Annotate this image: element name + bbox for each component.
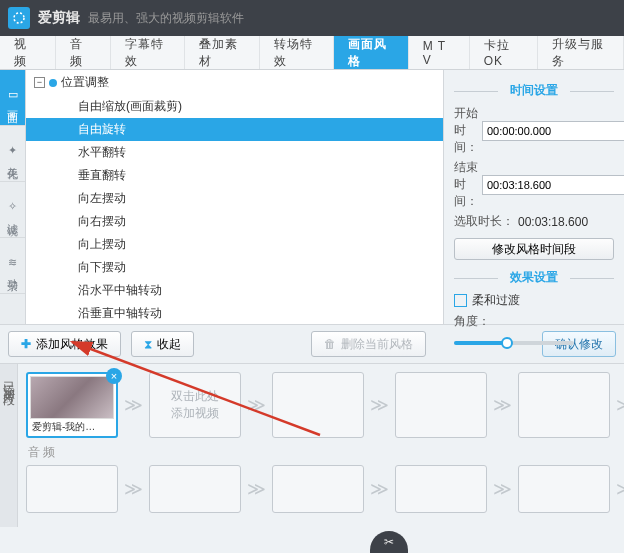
start-time-label: 开始时间： bbox=[454, 105, 478, 156]
collapse-icon[interactable]: − bbox=[34, 77, 45, 88]
effect-tree: − 位置调整 自由缩放(画面裁剪)自由旋转水平翻转垂直翻转向左摆动向右摆动向上摆… bbox=[26, 70, 444, 324]
audio-clip-empty[interactable] bbox=[26, 465, 118, 513]
arrow-icon: ≫ bbox=[370, 394, 389, 416]
add-effect-label: 添加风格效果 bbox=[36, 336, 108, 353]
rail-icon: ≋ bbox=[8, 257, 17, 268]
rail-icon: ✧ bbox=[8, 201, 17, 212]
tab-1[interactable]: 音 频 bbox=[56, 36, 112, 69]
video-clip-empty[interactable] bbox=[272, 372, 364, 438]
tree-item[interactable]: 垂直翻转 bbox=[26, 164, 443, 187]
tab-8[interactable]: 升级与服务 bbox=[538, 36, 624, 69]
rail-label: 画面 bbox=[5, 102, 20, 106]
tree-item[interactable]: 水平翻转 bbox=[26, 141, 443, 164]
audio-clip-empty[interactable] bbox=[518, 465, 610, 513]
rail-label: 动景 bbox=[5, 270, 20, 274]
tree-item[interactable]: 自由旋转 bbox=[26, 118, 443, 141]
angle-slider[interactable] bbox=[454, 341, 574, 345]
delete-effect-label: 删除当前风格 bbox=[341, 336, 413, 353]
audio-clip-empty[interactable] bbox=[272, 465, 364, 513]
checkbox-icon bbox=[454, 294, 467, 307]
audio-clip-empty[interactable] bbox=[149, 465, 241, 513]
angle-label: 角度： bbox=[454, 313, 490, 330]
tree-item[interactable]: 向上摆动 bbox=[26, 233, 443, 256]
video-clip-1[interactable]: × 爱剪辑-我的… bbox=[26, 372, 118, 438]
tab-7[interactable]: 卡拉OK bbox=[470, 36, 539, 69]
tab-4[interactable]: 转场特效 bbox=[260, 36, 334, 69]
tab-2[interactable]: 字幕特效 bbox=[111, 36, 185, 69]
collapse-button[interactable]: ⧗ 收起 bbox=[131, 331, 194, 357]
audio-clip-row: ≫ ≫ ≫ ≫ ≫ bbox=[26, 465, 624, 513]
rail-item-0[interactable]: ▭画面 bbox=[0, 70, 25, 126]
plus-icon: ✚ bbox=[21, 337, 31, 351]
audio-row-label: 音 频 bbox=[28, 444, 624, 461]
tree-item[interactable]: 沿水平中轴转动 bbox=[26, 279, 443, 302]
clip-caption: 爱剪辑-我的… bbox=[30, 419, 114, 434]
tab-0[interactable]: 视 频 bbox=[0, 36, 56, 69]
arrow-icon: ≫ bbox=[370, 478, 389, 500]
rail-label: 滤镜 bbox=[5, 214, 20, 218]
arrow-icon: ≫ bbox=[247, 478, 266, 500]
video-clip-empty[interactable] bbox=[518, 372, 610, 438]
tree-category-header[interactable]: − 位置调整 bbox=[26, 70, 443, 95]
left-rail: ▭画面✦美化✧滤镜≋动景 bbox=[0, 70, 26, 324]
main-tabbar: 视 频音 频字幕特效叠加素材转场特效画面风格M T V卡拉OK升级与服务 bbox=[0, 36, 624, 70]
app-slogan: 最易用、强大的视频剪辑软件 bbox=[88, 10, 244, 27]
titlebar: 爱剪辑 最易用、强大的视频剪辑软件 bbox=[0, 0, 624, 36]
arrow-icon: ≫ bbox=[616, 394, 624, 416]
slider-thumb[interactable] bbox=[501, 337, 513, 349]
modify-time-button[interactable]: 修改风格时间段 bbox=[454, 238, 614, 260]
delete-effect-button[interactable]: 🗑 删除当前风格 bbox=[311, 331, 426, 357]
end-time-label: 结束时间： bbox=[454, 159, 478, 210]
video-clip-placeholder[interactable]: 双击此处 添加视频 bbox=[149, 372, 241, 438]
add-effect-button[interactable]: ✚ 添加风格效果 bbox=[8, 331, 121, 357]
tab-6[interactable]: M T V bbox=[409, 36, 470, 69]
svg-point-0 bbox=[14, 13, 24, 23]
arrow-icon: ≫ bbox=[124, 478, 143, 500]
rail-item-1[interactable]: ✦美化 bbox=[0, 126, 25, 182]
placeholder-line1: 双击此处 bbox=[171, 388, 219, 405]
tree-item[interactable]: 向右摆动 bbox=[26, 210, 443, 233]
collapse-label: 收起 bbox=[157, 336, 181, 353]
soft-transition-label: 柔和过渡 bbox=[472, 292, 520, 309]
duration-label: 选取时长： bbox=[454, 213, 514, 230]
arrow-icon: ≫ bbox=[493, 394, 512, 416]
end-time-input[interactable] bbox=[482, 175, 624, 195]
arrow-icon: ≫ bbox=[616, 478, 624, 500]
tree-item[interactable]: 向左摆动 bbox=[26, 187, 443, 210]
soft-transition-checkbox[interactable]: 柔和过渡 bbox=[454, 292, 614, 309]
tree-category-label: 位置调整 bbox=[61, 74, 109, 91]
trash-icon: 🗑 bbox=[324, 337, 336, 351]
clips-panel: 已添加片段 × 爱剪辑-我的… ≫ 双击此处 添加视频 ≫ ≫ ≫ ≫ 音 频 … bbox=[0, 364, 624, 527]
video-clip-row: × 爱剪辑-我的… ≫ 双击此处 添加视频 ≫ ≫ ≫ ≫ bbox=[26, 372, 624, 438]
video-clip-empty[interactable] bbox=[395, 372, 487, 438]
tree-item[interactable]: 沿垂直中轴转动 bbox=[26, 302, 443, 324]
rail-item-2[interactable]: ✧滤镜 bbox=[0, 182, 25, 238]
settings-pane: 时间设置 开始时间： 结束时间： 选取时长： 00:03:18.600 修改风格… bbox=[444, 70, 624, 324]
rail-item-3[interactable]: ≋动景 bbox=[0, 238, 25, 294]
app-logo bbox=[8, 7, 30, 29]
scissor-icon: ✂ bbox=[384, 535, 394, 549]
remove-clip-button[interactable]: × bbox=[106, 368, 122, 384]
rail-label: 美化 bbox=[5, 158, 20, 162]
effect-section-title: 效果设置 bbox=[454, 269, 614, 286]
clips-rail: 已添加片段 bbox=[0, 364, 18, 527]
audio-clip-empty[interactable] bbox=[395, 465, 487, 513]
tab-5[interactable]: 画面风格 bbox=[334, 36, 408, 69]
app-name: 爱剪辑 bbox=[38, 9, 80, 27]
placeholder-line2: 添加视频 bbox=[171, 405, 219, 422]
arrow-icon: ≫ bbox=[124, 394, 143, 416]
duration-value: 00:03:18.600 bbox=[518, 215, 588, 229]
category-dot-icon bbox=[49, 79, 57, 87]
start-time-input[interactable] bbox=[482, 121, 624, 141]
tab-3[interactable]: 叠加素材 bbox=[185, 36, 259, 69]
hourglass-icon: ⧗ bbox=[144, 337, 152, 351]
rail-icon: ✦ bbox=[8, 145, 17, 156]
tree-item[interactable]: 自由缩放(画面裁剪) bbox=[26, 95, 443, 118]
arrow-icon: ≫ bbox=[493, 478, 512, 500]
rail-icon: ▭ bbox=[8, 89, 18, 100]
time-section-title: 时间设置 bbox=[454, 82, 614, 99]
scissor-button[interactable]: ✂ bbox=[370, 531, 408, 553]
tree-item[interactable]: 向下摆动 bbox=[26, 256, 443, 279]
arrow-icon: ≫ bbox=[247, 394, 266, 416]
clip-thumbnail bbox=[30, 376, 114, 419]
